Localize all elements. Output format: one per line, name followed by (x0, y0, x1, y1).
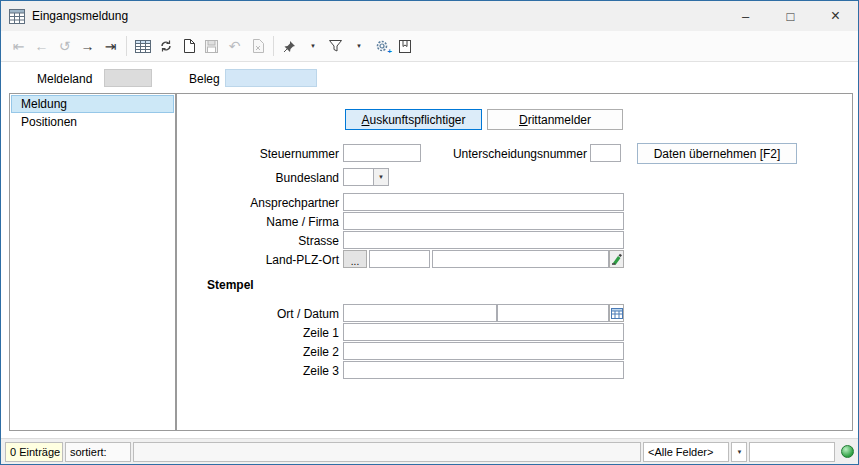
tab-drittanmelder[interactable]: Drittanmelder (487, 109, 623, 130)
revert-icon[interactable]: ↶ (223, 34, 246, 58)
ort-datum-label: Ort / Datum (189, 307, 339, 321)
land-plz-ort-label: Land-PLZ-Ort (189, 253, 339, 267)
zeile2-input[interactable] (343, 342, 624, 360)
calendar-icon (611, 307, 623, 319)
quick-search-input[interactable] (749, 442, 835, 462)
save-icon[interactable] (200, 34, 223, 58)
daten-uebernehmen-button[interactable]: Daten übernehmen [F2] (637, 143, 797, 164)
pin-dropdown-icon[interactable]: ▼ (301, 34, 324, 58)
pin-icon[interactable] (278, 34, 301, 58)
strasse-input[interactable] (343, 231, 624, 249)
sort-status: sortiert: (65, 442, 131, 462)
toolbar-separator (126, 36, 127, 56)
zeile3-label: Zeile 3 (189, 364, 339, 378)
land-browse-button[interactable]: ... (343, 250, 367, 268)
steuernummer-label: Steuernummer (189, 147, 339, 161)
zeile2-label: Zeile 2 (189, 345, 339, 359)
field-scope-dropdown-button[interactable]: ▼ (731, 442, 747, 462)
bundesland-label: Bundesland (189, 171, 339, 185)
maximize-button[interactable]: □ (768, 1, 813, 31)
entry-count: 0 Einträge (5, 442, 63, 462)
bundesland-select[interactable]: ▼ (343, 168, 389, 186)
gear-plus-icon: + (387, 47, 392, 56)
settings-gear-icon[interactable]: + (370, 34, 393, 58)
bookmark-icon[interactable] (393, 34, 416, 58)
app-icon (9, 9, 25, 24)
statusbar: 0 Einträge sortiert: <Alle Felder> ▼ (1, 438, 858, 464)
strasse-label: Strasse (189, 234, 339, 248)
ansprechpartner-input[interactable] (343, 193, 624, 211)
beleg-field[interactable] (225, 69, 317, 87)
ansprechpartner-label: Ansprechpartner (189, 196, 339, 210)
land-input[interactable] (369, 250, 430, 268)
filter-icon[interactable] (324, 34, 347, 58)
chevron-down-icon: ▼ (378, 174, 384, 180)
steuernummer-input[interactable] (343, 144, 421, 162)
filter-dropdown-icon[interactable]: ▼ (347, 34, 370, 58)
stempel-heading: Stempel (207, 278, 254, 292)
chevron-down-icon: ▼ (737, 449, 743, 455)
unterscheidungsnummer-input[interactable] (590, 144, 621, 162)
refresh-icon[interactable] (154, 34, 177, 58)
first-record-icon[interactable]: ⇤ (7, 34, 30, 58)
meldeland-label: Meldeland (37, 72, 92, 86)
toolbar-separator (273, 36, 274, 56)
zeile1-input[interactable] (343, 323, 624, 341)
tab-auskunftspflichtiger[interactable]: Auskunftspflichtiger (345, 109, 482, 130)
connection-status-icon (841, 445, 854, 458)
sidebar-item-positionen[interactable]: Positionen (11, 113, 174, 131)
window-controls: – □ × (723, 1, 858, 31)
bundesland-select-value (344, 169, 373, 185)
titlebar: Eingangsmeldung – □ × (1, 1, 858, 31)
next-record-icon[interactable]: → (76, 34, 99, 58)
table-view-icon[interactable] (131, 34, 154, 58)
address-pen-icon (611, 253, 622, 265)
bundesland-dropdown-button[interactable]: ▼ (373, 169, 388, 185)
sidebar: Meldung Positionen (9, 93, 176, 431)
close-button[interactable]: × (813, 1, 858, 31)
delete-document-icon[interactable] (246, 34, 269, 58)
datum-input[interactable] (497, 304, 609, 322)
meldeland-field (104, 69, 152, 87)
name-firma-input[interactable] (343, 212, 624, 230)
new-document-icon[interactable] (177, 34, 200, 58)
toolbar: ⇤ ← ↺ → ⇥ (1, 31, 858, 62)
address-picker-button[interactable] (609, 250, 624, 268)
main-form-panel: Auskunftspflichtiger Drittanmelder Steue… (176, 93, 853, 431)
last-record-icon[interactable]: ⇥ (99, 34, 122, 58)
undo-navigation-icon[interactable]: ↺ (53, 34, 76, 58)
ort-input[interactable] (343, 304, 497, 322)
zeile1-label: Zeile 1 (189, 326, 339, 340)
previous-record-icon[interactable]: ← (30, 34, 53, 58)
calendar-button[interactable] (609, 304, 624, 322)
sidebar-item-meldung[interactable]: Meldung (11, 95, 174, 113)
beleg-label: Beleg (189, 72, 220, 86)
minimize-button[interactable]: – (723, 1, 768, 31)
app-window: Eingangsmeldung – □ × ⇤ ← ↺ → ⇥ (0, 0, 859, 465)
unterscheidungsnummer-label: Unterscheidungsnummer (427, 147, 587, 161)
window-title: Eingangsmeldung (32, 9, 128, 23)
status-spacer (133, 442, 641, 462)
zeile3-input[interactable] (343, 361, 624, 379)
name-firma-label: Name / Firma (189, 215, 339, 229)
search-field-scope[interactable]: <Alle Felder> (643, 442, 729, 462)
plz-ort-input[interactable] (432, 250, 609, 268)
